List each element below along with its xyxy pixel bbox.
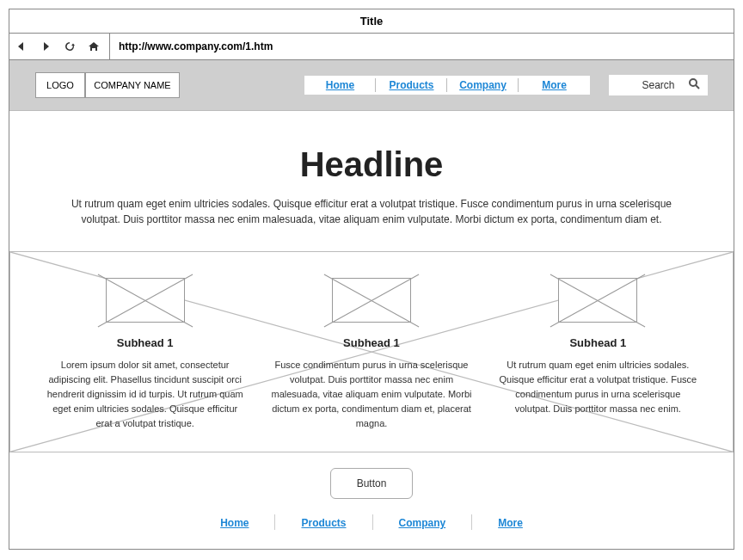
url-input[interactable] <box>112 35 734 58</box>
footer-nav: Home Products Company More <box>9 506 734 549</box>
footer-separator <box>471 514 472 530</box>
feature-body: Lorem ipsum dolor sit amet, consectetur … <box>45 358 245 431</box>
footer-link-more[interactable]: More <box>498 517 523 529</box>
footer-separator <box>274 514 275 530</box>
nav-link[interactable]: Products <box>389 79 433 91</box>
company-name: COMPANY NAME <box>85 72 180 98</box>
window-title: Title <box>9 9 734 34</box>
feature-title: Subhead 1 <box>271 336 471 349</box>
forward-button[interactable] <box>34 34 58 59</box>
feature-column: Subhead 1 Ut rutrum quam eget enim ultri… <box>498 278 698 431</box>
search-placeholder: Search <box>642 79 674 91</box>
nav-link[interactable]: More <box>542 79 567 91</box>
nav-item-home[interactable]: Home <box>304 76 376 95</box>
nav-link[interactable]: Home <box>326 79 354 91</box>
toolbar-separator <box>109 34 110 59</box>
back-button[interactable] <box>9 34 34 59</box>
search-icon <box>688 77 701 94</box>
home-button[interactable] <box>82 34 106 59</box>
hero-section: Headline Ut rutrum quam eget enim ultric… <box>9 111 734 251</box>
footer-link-home[interactable]: Home <box>220 517 249 529</box>
logo: LOGO <box>35 72 85 98</box>
footer-separator <box>372 514 373 530</box>
svg-point-0 <box>690 79 697 86</box>
feature-body: Ut rutrum quam eget enim ultricies sodal… <box>498 358 698 416</box>
feature-body: Fusce condimentum purus in urna sceleris… <box>271 358 471 431</box>
cta-button[interactable]: Button <box>330 468 413 499</box>
image-placeholder-icon <box>332 278 411 323</box>
feature-section: Subhead 1 Lorem ipsum dolor sit amet, co… <box>9 251 734 452</box>
svg-line-1 <box>696 85 699 89</box>
nav-link[interactable]: Company <box>459 79 507 91</box>
feature-title: Subhead 1 <box>45 336 245 349</box>
nav-item-more[interactable]: More <box>519 76 590 95</box>
image-placeholder-icon <box>558 278 637 323</box>
nav-item-products[interactable]: Products <box>376 76 447 95</box>
browser-window: Title LOGO COMPANY NAME Home Products Co… <box>9 9 734 550</box>
feature-columns: Subhead 1 Lorem ipsum dolor sit amet, co… <box>45 278 698 431</box>
browser-toolbar <box>9 34 734 60</box>
reload-button[interactable] <box>58 34 82 59</box>
feature-column: Subhead 1 Lorem ipsum dolor sit amet, co… <box>45 278 245 431</box>
footer-link-products[interactable]: Products <box>301 517 346 529</box>
cta-section: Button <box>9 452 734 506</box>
feature-column: Subhead 1 Fusce condimentum purus in urn… <box>271 278 471 431</box>
hero-body: Ut rutrum quam eget enim ultricies sodal… <box>61 196 682 227</box>
footer-link-company[interactable]: Company <box>399 517 446 529</box>
main-nav: Home Products Company More Search <box>304 75 708 95</box>
search-box[interactable]: Search <box>609 75 708 95</box>
nav-item-company[interactable]: Company <box>447 76 519 95</box>
image-placeholder-icon <box>106 278 185 323</box>
headline: Headline <box>61 145 682 184</box>
feature-title: Subhead 1 <box>498 336 698 349</box>
site-header: LOGO COMPANY NAME Home Products Company … <box>9 60 734 111</box>
